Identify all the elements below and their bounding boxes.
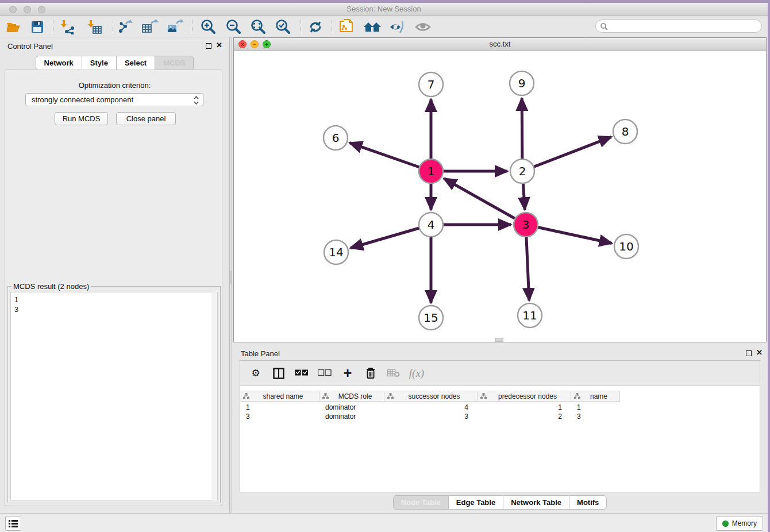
edge-3-1[interactable]	[444, 179, 526, 225]
column-header-name[interactable]: name	[571, 391, 620, 401]
cell-name[interactable]: 1	[571, 403, 620, 412]
node-11[interactable]: 11	[518, 303, 542, 327]
node-15[interactable]: 15	[419, 306, 443, 330]
tab-select[interactable]: Select	[117, 56, 155, 70]
open-file-button[interactable]	[3, 18, 23, 36]
column-header-predecessor-nodes[interactable]: predecessor nodes	[478, 391, 571, 401]
column-header-MCDS-role[interactable]: MCDS role	[319, 391, 384, 401]
cell-shared-name[interactable]: 3	[240, 412, 319, 421]
tab-mcds[interactable]: MCDS	[155, 56, 194, 70]
search-input[interactable]	[608, 21, 761, 32]
table-close-panel-icon[interactable]: ✕	[756, 348, 763, 357]
main-title-bar: Session: New Session	[0, 3, 768, 16]
cell-shared-name[interactable]: 1	[240, 403, 319, 412]
canvas-scroll-grip[interactable]	[495, 338, 503, 342]
table-row[interactable]: 3dominator323	[240, 412, 620, 421]
svg-text:6: 6	[332, 131, 340, 145]
optimization-criterion-dropdown[interactable]: strongly connected component	[25, 93, 203, 106]
import-network-icon[interactable]	[58, 18, 78, 36]
node-4[interactable]: 4	[419, 213, 443, 237]
divider-grip[interactable]	[230, 271, 232, 284]
tab-network[interactable]: Network	[36, 56, 82, 70]
result-scrollbar[interactable]	[211, 293, 217, 500]
close-panel-icon[interactable]: ✕	[216, 41, 222, 49]
split-columns-icon[interactable]	[271, 367, 286, 380]
deselect-all-columns-icon[interactable]	[317, 367, 332, 380]
edge-3-10[interactable]	[526, 225, 612, 243]
delete-table-icon[interactable]	[386, 367, 401, 380]
tab-style[interactable]: Style	[82, 56, 117, 70]
network-canvas[interactable]: 7968124314101511	[234, 51, 766, 342]
panel-divider[interactable]	[229, 37, 232, 516]
memory-status-dot-icon	[722, 521, 729, 527]
table-row[interactable]: 1dominator411	[240, 403, 620, 412]
refresh-icon[interactable]	[306, 18, 325, 36]
tab-motifs[interactable]: Motifs	[569, 495, 607, 510]
clone-network-icon[interactable]	[337, 18, 357, 36]
close-panel-button[interactable]: Close panel	[116, 112, 176, 125]
cell-predecessor-nodes[interactable]: 2	[478, 412, 571, 421]
list-icon	[9, 519, 18, 527]
node-table: ⚙ + f(x) shared nameMCDS r	[240, 360, 760, 492]
save-session-button[interactable]	[28, 18, 47, 36]
node-6[interactable]: 6	[324, 126, 348, 150]
cell-name[interactable]: 3	[571, 412, 620, 421]
hide-selected-eye-icon[interactable]	[387, 18, 407, 36]
network-view-window: × − + scc.txt 7968124314101511	[233, 37, 767, 342]
export-network-icon[interactable]	[116, 18, 135, 36]
node-2[interactable]: 2	[510, 159, 534, 183]
cell-successor-nodes[interactable]: 4	[384, 403, 478, 412]
status-bar: Memory	[0, 513, 768, 532]
node-10[interactable]: 10	[614, 234, 638, 259]
edge-2-8[interactable]	[522, 137, 611, 171]
node-9[interactable]: 9	[510, 71, 534, 95]
tab-network-table[interactable]: Network Table	[503, 495, 569, 510]
cell-MCDS-role[interactable]: dominator	[319, 412, 384, 421]
node-3[interactable]: 3	[514, 213, 538, 237]
zoom-in-icon[interactable]	[198, 18, 218, 36]
edge-1-6[interactable]	[350, 143, 431, 171]
network-window-title-bar: × − + scc.txt	[234, 38, 766, 51]
session-title: Session: New Session	[0, 5, 768, 13]
svg-text:14: 14	[329, 245, 343, 259]
export-image-icon[interactable]	[165, 18, 185, 36]
chevron-up-down-icon	[193, 95, 199, 107]
show-all-eye-icon[interactable]	[413, 18, 433, 36]
zoom-fit-icon[interactable]	[248, 18, 268, 36]
search-box[interactable]	[595, 20, 762, 33]
search-icon	[600, 22, 608, 30]
tab-node-table[interactable]: Node Table	[393, 495, 449, 510]
table-float-panel-icon[interactable]	[746, 350, 752, 356]
control-panel: Control Panel ✕ NetworkStyleSelectMCDS O…	[0, 37, 229, 516]
export-table-icon[interactable]	[140, 18, 160, 36]
select-all-columns-icon[interactable]	[294, 367, 309, 380]
node-14[interactable]: 14	[324, 240, 348, 264]
task-history-button[interactable]	[5, 516, 21, 531]
node-1[interactable]: 1	[419, 159, 443, 183]
mcds-result-title: MCDS result (2 nodes)	[11, 282, 91, 291]
table-panel: Table Panel ✕ ⚙ +	[233, 345, 767, 516]
cell-successor-nodes[interactable]: 3	[384, 412, 478, 421]
function-builder-icon[interactable]: f(x)	[409, 367, 424, 380]
zoom-selected-icon[interactable]	[273, 18, 292, 36]
memory-button[interactable]: Memory	[716, 516, 763, 531]
import-table-icon[interactable]	[85, 18, 105, 36]
svg-text:10: 10	[619, 240, 633, 253]
add-column-plus-icon[interactable]: +	[340, 367, 355, 380]
cell-MCDS-role[interactable]: dominator	[319, 403, 384, 412]
tab-edge-table[interactable]: Edge Table	[449, 495, 503, 510]
float-panel-icon[interactable]	[206, 43, 211, 49]
node-7[interactable]: 7	[419, 72, 443, 97]
cell-predecessor-nodes[interactable]: 1	[478, 403, 571, 412]
run-mcds-button[interactable]: Run MCDS	[55, 112, 108, 125]
svg-text:9: 9	[518, 76, 526, 90]
column-header-successor-nodes[interactable]: successor nodes	[384, 391, 478, 401]
node-8[interactable]: 8	[613, 119, 637, 144]
column-header-shared-name[interactable]: shared name	[240, 391, 319, 401]
mcds-result-list[interactable]: 1 3	[10, 292, 218, 500]
zoom-out-icon[interactable]	[224, 18, 243, 36]
first-neighbors-icon[interactable]	[363, 18, 382, 36]
svg-text:11: 11	[522, 309, 537, 322]
table-settings-gear-icon[interactable]: ⚙	[248, 367, 263, 380]
delete-column-trash-icon[interactable]	[363, 367, 378, 380]
